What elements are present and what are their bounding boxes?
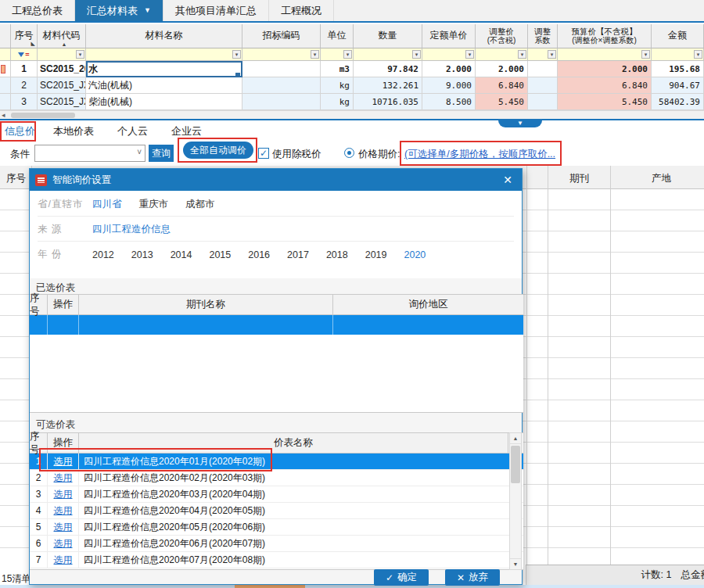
cell-budget[interactable]: 2.000 [558,61,652,77]
province-option-sichuan[interactable]: 四川省 [92,198,122,211]
use-link[interactable]: 选用 [48,454,79,469]
cell-coef[interactable] [528,61,558,77]
list-item[interactable]: 2 选用 四川工程造价信息2020年02月(2020年03期) [30,470,523,486]
header-index[interactable]: 序号◣ [11,24,38,48]
list-item[interactable]: 4 选用 四川工程造价信息2020年04月(2020年05期) [30,503,523,519]
tab-personal-cloud[interactable]: 个人云 [106,121,160,141]
use-link[interactable]: 选用 [48,552,79,568]
scroll-down-icon[interactable]: ▼ [510,558,521,569]
bottom-scrollbar[interactable] [0,585,704,588]
vertical-scrollbar[interactable]: ▲ ▼ [509,432,522,570]
period-radio-label[interactable]: 价格期价: [358,148,400,161]
filter-dropdown-icon[interactable]: ▾ [76,50,84,59]
header-bid-code[interactable]: 招标编码 [242,24,321,48]
list-item[interactable]: 6 选用 四川工程造价信息2020年06月(2020年07期) [30,536,523,552]
list-item[interactable]: 3 选用 四川工程造价信息2020年03月(2020年04期) [30,486,523,503]
scroll-up-icon[interactable]: ▲ [510,433,521,444]
year-option[interactable]: 2018 [326,249,348,260]
cell-adj[interactable]: 2.000 [476,61,528,77]
year-option[interactable]: 2012 [92,249,114,260]
tax-checkbox[interactable]: ✓ [258,148,269,159]
cell-code[interactable]: SC2015_200 [38,61,86,77]
scrollbar-thumb[interactable] [511,446,520,483]
ok-button[interactable]: ✓ 确定 [374,569,429,586]
cell-bid[interactable] [242,77,321,94]
year-option[interactable]: 2013 [131,249,153,260]
cell-quota[interactable]: 9.000 [422,77,476,94]
filter-cell-index[interactable]: = [11,48,38,61]
filter-dropdown-icon[interactable]: ▾ [518,50,526,59]
filter-dropdown-icon[interactable]: ▾ [412,50,421,59]
header-name[interactable]: 材料名称 [86,24,242,48]
cell-budget[interactable]: 5.450 [558,94,652,110]
bottom-scrollbar-thumb[interactable] [235,585,305,588]
cell-quota[interactable]: 2.000 [422,61,476,77]
filter-cell-budget[interactable]: ▾ [558,48,652,61]
use-link[interactable]: 选用 [48,470,79,486]
cell-unit[interactable]: m3 [321,61,354,77]
filter-dropdown-icon[interactable]: ▾ [465,50,474,59]
auto-adjust-button[interactable]: 全部自动调价 [183,142,253,159]
tax-checkbox-label[interactable]: 使用除税价 [272,148,321,161]
filter-cell-quota[interactable]: ▾ [422,48,476,61]
cell-adj[interactable]: 5.450 [476,94,528,110]
cell-bid[interactable] [242,61,321,77]
filter-dropdown-icon[interactable]: ▾ [694,50,702,59]
filter-dropdown-icon[interactable]: ▾ [641,50,650,59]
period-select-link[interactable]: (可选择单/多期价格，按顺序取价... [404,148,555,161]
filter-cell-amount[interactable]: ▾ [652,48,704,61]
cell-name-selected[interactable]: 水 [86,61,242,77]
cell-unit[interactable]: kg [321,77,354,94]
cell-adj[interactable]: 6.840 [476,77,528,94]
cell-name[interactable]: 汽油(机械) [86,77,242,94]
header-unit[interactable]: 单位 [321,24,354,48]
cell-coef[interactable] [528,94,558,110]
cell-index[interactable]: 2 [11,77,38,94]
year-option[interactable]: 2019 [365,249,387,260]
cancel-button[interactable]: ✕ 放弃 [445,569,500,586]
filter-dropdown-icon[interactable]: ▾ [311,50,319,59]
header-code[interactable]: 材料代码▲ [38,24,86,48]
header-budget-price[interactable]: 预算价【不含税】(调整价×调整系数) [558,24,652,48]
cell-qty[interactable]: 10716.035 [354,94,422,110]
filter-cell-adj[interactable]: ▾ [476,48,528,61]
condition-combobox[interactable]: ˅ [34,145,145,162]
year-option[interactable]: 2017 [287,249,309,260]
tab-enterprise-cloud[interactable]: 企业云 [160,121,214,141]
source-option[interactable]: 四川工程造价信息 [92,223,171,236]
query-button[interactable]: 查询 [149,145,174,162]
cell-amount[interactable]: 904.67 [652,77,704,94]
list-item[interactable]: 1 选用 四川工程造价信息2020年01月(2020年02期) [30,454,523,470]
cell-index[interactable]: 3 [11,94,38,110]
scrollbar-thumb[interactable] [11,113,75,118]
list-item[interactable]: 5 选用 四川工程造价信息2020年05月(2020年06期) [30,519,523,536]
filter-cell-code[interactable]: ▾ [38,48,86,61]
year-option[interactable]: 2015 [209,249,231,260]
cell-code[interactable]: SC2015_JX00 [38,77,86,94]
tab-project-total[interactable]: 工程总价表 [0,0,75,21]
cell-code[interactable]: SC2015_JX00 [38,94,86,110]
cell-qty[interactable]: 97.842 [354,61,422,77]
tab-project-overview[interactable]: 工程概况 [269,0,334,21]
header-amount[interactable]: 金额 [652,24,704,48]
cell-unit[interactable]: kg [321,94,354,110]
header-qty[interactable]: 数量 [354,24,422,48]
cell-qty[interactable]: 132.261 [354,77,422,94]
header-quota-price[interactable]: 定额单价 [422,24,476,48]
collapse-panel-handle[interactable]: ▼ [498,120,542,127]
cell-amount[interactable]: 195.68 [652,61,704,77]
tab-other-items[interactable]: 其他项目清单汇总 [163,0,269,21]
cell-budget[interactable]: 6.840 [558,77,652,94]
year-option[interactable]: 2016 [248,249,270,260]
province-option-chongqing[interactable]: 重庆市 [139,198,169,211]
use-link[interactable]: 选用 [48,486,79,502]
selected-empty-row[interactable] [30,315,523,335]
filter-dropdown-icon[interactable]: ▾ [232,50,241,59]
province-option-chengdu[interactable]: 成都市 [185,198,215,211]
year-option-selected[interactable]: 2020 [404,249,426,260]
use-link[interactable]: 选用 [48,519,79,535]
tab-local-price[interactable]: 本地价表 [41,121,106,141]
filter-cell-coef[interactable]: ▾ [528,48,558,61]
cell-index[interactable]: 1 [11,61,38,77]
filter-cell-qty[interactable]: ▾ [354,48,422,61]
